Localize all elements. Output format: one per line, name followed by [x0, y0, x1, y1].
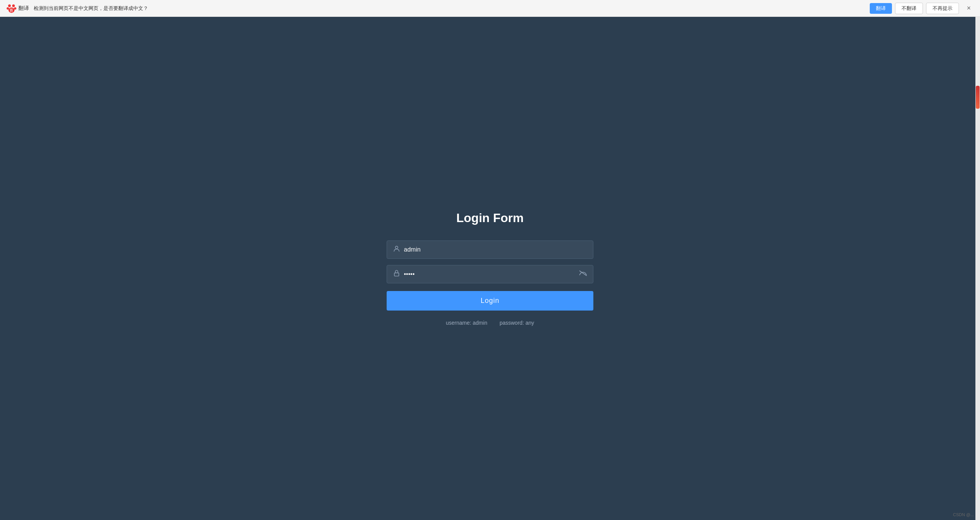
baidu-brand-text: 翻译 — [18, 5, 29, 12]
svg-point-0 — [8, 4, 11, 7]
password-toggle-button[interactable] — [579, 270, 587, 278]
translate-bar: 百 翻译 检测到当前网页不是中文网页，是否要翻译成中文？ 翻译 不翻译 不再提示… — [0, 0, 980, 17]
close-translate-bar-button[interactable]: × — [964, 3, 974, 14]
user-icon — [393, 245, 400, 255]
login-button[interactable]: Login — [387, 291, 593, 311]
hint-text: username: admin password: any — [446, 320, 534, 326]
login-form-title: Login Form — [456, 211, 524, 225]
scrollbar-track[interactable] — [975, 17, 980, 520]
scrollbar-thumb[interactable] — [976, 86, 980, 109]
svg-point-6 — [395, 246, 398, 249]
hint-password: password: any — [500, 320, 534, 326]
translate-bar-buttons: 翻译 不翻译 不再提示 — [870, 3, 959, 14]
svg-point-3 — [14, 7, 16, 9]
svg-point-1 — [12, 4, 15, 7]
translate-bar-message: 检测到当前网页不是中文网页，是否要翻译成中文？ — [34, 5, 865, 12]
svg-text:百: 百 — [10, 8, 13, 12]
baidu-paw-icon: 百 — [6, 3, 17, 14]
csdn-watermark: CSDN @... — [953, 512, 974, 517]
svg-rect-7 — [394, 273, 399, 276]
no-remind-button[interactable]: 不再提示 — [926, 3, 959, 14]
password-input[interactable] — [387, 265, 593, 283]
translate-button[interactable]: 翻译 — [870, 3, 892, 14]
lock-icon — [393, 270, 400, 279]
login-container: Login Form — [387, 211, 593, 326]
password-wrapper — [387, 265, 593, 283]
username-wrapper — [387, 240, 593, 259]
svg-point-2 — [7, 7, 9, 9]
username-input[interactable] — [387, 240, 593, 259]
no-translate-button[interactable]: 不翻译 — [895, 3, 923, 14]
main-content: Login Form — [0, 0, 980, 520]
baidu-logo: 百 翻译 — [6, 3, 29, 14]
hint-username: username: admin — [446, 320, 487, 326]
